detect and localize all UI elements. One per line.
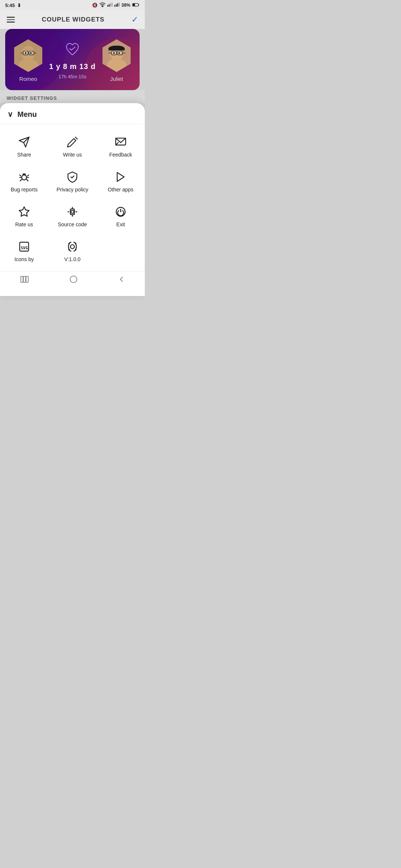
menu-title: Menu bbox=[17, 110, 37, 119]
share-label: Share bbox=[17, 152, 31, 158]
person1-avatar bbox=[12, 39, 45, 72]
menu-item-version: V:1.0.0 bbox=[48, 233, 97, 267]
privacy-policy-label: Privacy policy bbox=[56, 187, 88, 193]
icons-by-icon: SVG bbox=[18, 241, 30, 253]
svg-rect-8 bbox=[119, 3, 120, 7]
svg-point-16 bbox=[25, 52, 27, 54]
privacy-policy-icon bbox=[66, 171, 78, 183]
svg-rect-56 bbox=[21, 276, 23, 282]
battery-level: 38% bbox=[121, 3, 130, 8]
svg-point-13 bbox=[19, 59, 38, 72]
svg-point-41 bbox=[22, 175, 26, 180]
wifi-icon bbox=[100, 2, 105, 8]
menu-item-share[interactable]: Share bbox=[0, 128, 48, 163]
menu-item-feedback[interactable]: Feedback bbox=[97, 128, 145, 163]
svg-rect-6 bbox=[116, 4, 117, 7]
svg-point-17 bbox=[30, 52, 32, 54]
nav-home-icon[interactable] bbox=[69, 275, 78, 286]
person2-col: Juliet bbox=[100, 39, 133, 82]
svg-rect-5 bbox=[114, 5, 115, 7]
menu-item-other-apps[interactable]: Other apps bbox=[97, 163, 145, 198]
exit-icon bbox=[115, 206, 127, 218]
svg-point-59 bbox=[70, 276, 77, 283]
menu-grid: Share Write us Feedback bbox=[0, 124, 145, 271]
menu-item-icons-by[interactable]: SVG Icons by bbox=[0, 233, 48, 267]
couple-center: 1 y 8 m 13 d 17h 45m 15s bbox=[49, 42, 95, 79]
menu-item-bug-reports[interactable]: Bug reports bbox=[0, 163, 48, 198]
signal-icon bbox=[107, 2, 113, 8]
svg-point-55 bbox=[71, 245, 75, 249]
heart-icon bbox=[65, 42, 80, 59]
menu-sheet: ∨ Menu Share Write us bbox=[0, 103, 145, 296]
source-code-label: Source code bbox=[58, 221, 87, 227]
status-time: 5:45 bbox=[5, 3, 15, 8]
mute-icon: 🔇 bbox=[92, 3, 98, 8]
svg-rect-10 bbox=[133, 4, 135, 6]
status-right: 🔇 38% bbox=[92, 2, 140, 8]
svg-point-29 bbox=[113, 52, 115, 54]
app-bar: COUPLE WIDGETS ✓ bbox=[0, 10, 145, 29]
version-label: V:1.0.0 bbox=[64, 256, 81, 262]
bottom-nav bbox=[0, 271, 145, 289]
svg-text:SVG: SVG bbox=[21, 246, 28, 250]
write-us-icon bbox=[66, 136, 78, 148]
svg-marker-48 bbox=[19, 207, 29, 216]
person1-name: Romeo bbox=[19, 76, 37, 82]
svg-rect-58 bbox=[26, 276, 28, 282]
exit-label: Exit bbox=[116, 221, 125, 227]
feedback-label: Feedback bbox=[109, 152, 132, 158]
person2-avatar bbox=[100, 39, 133, 72]
signal-icon-2 bbox=[114, 2, 120, 8]
svg-point-0 bbox=[102, 6, 103, 7]
widget-settings-label: WIDGET SETTINGS bbox=[0, 90, 145, 103]
nav-recent-icon[interactable] bbox=[20, 276, 29, 285]
person2-name: Juliet bbox=[110, 76, 123, 82]
battery-icon bbox=[132, 3, 140, 8]
menu-item-rate-us[interactable]: Rate us bbox=[0, 198, 48, 233]
rate-us-icon bbox=[18, 206, 30, 218]
svg-rect-2 bbox=[109, 4, 110, 7]
menu-header[interactable]: ∨ Menu bbox=[0, 103, 145, 124]
svg-point-49 bbox=[71, 210, 74, 213]
svg-point-30 bbox=[118, 52, 120, 54]
couple-card: Romeo 1 y 8 m 13 d 17h 45m 15s bbox=[5, 29, 140, 90]
menu-item-exit[interactable]: Exit bbox=[97, 198, 145, 233]
status-left: 5:45 ⬇ bbox=[5, 3, 21, 8]
svg-point-26 bbox=[107, 59, 126, 72]
rate-us-label: Rate us bbox=[15, 221, 33, 227]
version-icon bbox=[66, 241, 78, 253]
person1-photo bbox=[12, 39, 45, 72]
menu-chevron-icon: ∨ bbox=[7, 110, 13, 119]
svg-rect-3 bbox=[110, 3, 111, 7]
write-us-label: Write us bbox=[63, 152, 82, 158]
nav-back-icon[interactable] bbox=[118, 275, 125, 286]
svg-marker-47 bbox=[117, 172, 124, 181]
bug-reports-icon bbox=[18, 171, 30, 183]
status-bar: 5:45 ⬇ 🔇 bbox=[0, 0, 145, 10]
svg-rect-7 bbox=[117, 3, 118, 7]
hamburger-menu[interactable] bbox=[7, 17, 15, 23]
svg-line-38 bbox=[75, 137, 77, 139]
menu-item-source-code[interactable]: Source code bbox=[48, 198, 97, 233]
duration-sub: 17h 45m 15s bbox=[58, 74, 86, 79]
menu-item-privacy-policy[interactable]: Privacy policy bbox=[48, 163, 97, 198]
svg-rect-1 bbox=[107, 5, 108, 7]
share-icon bbox=[18, 136, 30, 148]
app-title: COUPLE WIDGETS bbox=[42, 16, 105, 23]
menu-item-write-us[interactable]: Write us bbox=[48, 128, 97, 163]
other-apps-icon bbox=[115, 171, 127, 183]
svg-rect-57 bbox=[23, 276, 26, 282]
icons-by-label: Icons by bbox=[14, 256, 34, 262]
download-icon: ⬇ bbox=[17, 3, 21, 8]
person1-col: Romeo bbox=[12, 39, 45, 82]
duration-main: 1 y 8 m 13 d bbox=[49, 62, 95, 71]
bug-reports-label: Bug reports bbox=[11, 187, 38, 193]
person2-photo bbox=[100, 39, 133, 72]
other-apps-label: Other apps bbox=[108, 187, 133, 193]
svg-rect-4 bbox=[112, 3, 113, 7]
confirm-button[interactable]: ✓ bbox=[131, 15, 138, 24]
feedback-icon bbox=[115, 136, 127, 148]
source-code-icon bbox=[66, 206, 78, 218]
